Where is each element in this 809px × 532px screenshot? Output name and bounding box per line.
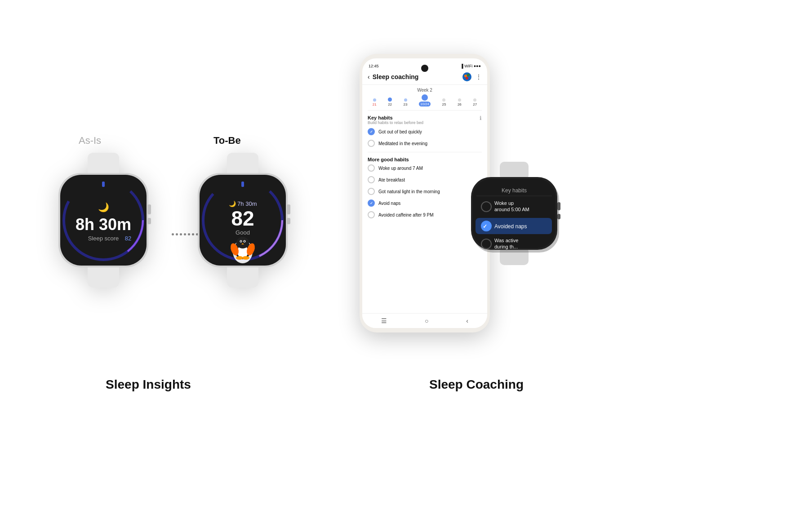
- phone-bottom-nav: ☰ ○ ‹: [362, 313, 487, 328]
- cal-day-1024[interactable]: 10/24: [419, 94, 431, 106]
- svg-text:🌙: 🌙: [98, 202, 109, 213]
- status-icons: ▐ WiFi ●●●: [460, 64, 481, 68]
- svg-rect-47: [557, 202, 560, 210]
- nav-back-icon[interactable]: ‹: [466, 317, 468, 324]
- habit-text-1: Got out of bed quickly: [378, 129, 422, 134]
- svg-rect-21: [241, 182, 244, 187]
- key-habits-section: Key habits Build habits to relax before …: [362, 112, 487, 150]
- brand-icon: [462, 72, 472, 82]
- cal-day-25[interactable]: 25: [442, 98, 446, 106]
- more-habit-check-4[interactable]: [368, 200, 375, 207]
- info-icon[interactable]: ℹ: [480, 115, 482, 121]
- svg-text:Good: Good: [236, 229, 250, 236]
- sleep-coaching-label: Sleep Coaching: [364, 377, 589, 392]
- key-habits-title-group: Key habits Build habits to relax before …: [368, 115, 423, 125]
- status-time: 12:45: [369, 64, 379, 68]
- svg-rect-17: [287, 204, 290, 214]
- svg-text:during th...: during th...: [494, 244, 518, 249]
- phone-app-title: Sleep coaching: [373, 73, 462, 80]
- week-label: Week 2: [362, 85, 487, 94]
- svg-text:✓: ✓: [483, 223, 487, 230]
- more-habit-text-2: Ate breakfast: [378, 177, 405, 182]
- svg-point-41: [466, 77, 468, 80]
- more-habit-check-2[interactable]: [368, 176, 375, 183]
- calendar-row[interactable]: 21 22 23 10/24 25: [362, 94, 487, 108]
- svg-text:Woke up: Woke up: [494, 200, 514, 206]
- svg-text:82: 82: [125, 235, 131, 242]
- svg-rect-18: [287, 218, 290, 224]
- habit-row-1[interactable]: Got out of bed quickly: [368, 126, 482, 137]
- phone-camera: [421, 65, 428, 72]
- key-habits-header: Key habits Build habits to relax before …: [368, 115, 482, 125]
- habit-check-2[interactable]: [368, 140, 375, 147]
- watch-to-be: 🌙 7h 30m 82 Good: [184, 153, 301, 289]
- watch-as-is-svg: 🌙 8h 30m Sleep score 82: [45, 153, 162, 288]
- more-habit-check-3[interactable]: [368, 188, 375, 195]
- svg-rect-8: [102, 182, 105, 187]
- habit-row-2[interactable]: Meditated in the evening: [368, 137, 482, 149]
- cal-day-22[interactable]: 22: [388, 98, 392, 106]
- watch-to-be-svg: 🌙 7h 30m 82 Good: [184, 153, 301, 288]
- cal-day-26[interactable]: 26: [458, 98, 462, 106]
- to-be-label: To-Be: [213, 135, 241, 146]
- back-button[interactable]: ‹: [368, 73, 370, 80]
- cal-day-23[interactable]: 23: [404, 98, 408, 106]
- more-habit-check-1[interactable]: [368, 164, 375, 172]
- svg-text:8h 30m: 8h 30m: [76, 215, 131, 234]
- svg-point-36: [236, 256, 243, 260]
- habit-check-1[interactable]: [368, 128, 375, 135]
- svg-point-39: [464, 75, 467, 77]
- watch-as-is: 🌙 8h 30m Sleep score 82: [45, 153, 162, 289]
- svg-text:Was active: Was active: [494, 238, 518, 243]
- as-is-label: As-Is: [79, 135, 101, 146]
- svg-text:Sleep score: Sleep score: [88, 235, 119, 242]
- cal-day-21[interactable]: 21: [373, 98, 377, 106]
- more-habit-check-5[interactable]: [368, 211, 375, 218]
- svg-point-28: [236, 237, 249, 248]
- sleep-insights-label: Sleep Insights: [22, 377, 274, 392]
- svg-text:around 5:00 AM: around 5:00 AM: [494, 207, 529, 212]
- habit-text-2: Meditated in the evening: [378, 141, 427, 146]
- watch-overlay-svg: Key habits Woke up around 5:00 AM ✓ Avoi…: [463, 162, 566, 265]
- divider-2: [368, 152, 482, 152]
- key-habits-subtitle: Build habits to relax before bed: [368, 120, 423, 125]
- watch-overlay: Key habits Woke up around 5:00 AM ✓ Avoi…: [463, 162, 566, 265]
- phone-header: ‹ Sleep coaching ⋮: [362, 70, 487, 85]
- svg-point-37: [242, 256, 249, 260]
- svg-text:Key habits: Key habits: [502, 187, 527, 194]
- header-icons: ⋮: [462, 72, 482, 82]
- svg-text:82: 82: [231, 207, 254, 230]
- divider-1: [368, 110, 482, 111]
- more-habit-text-1: Woke up around 7 AM: [378, 166, 423, 171]
- svg-rect-4: [147, 204, 151, 214]
- more-habit-text-4: Avoid naps: [378, 201, 400, 206]
- nav-menu-icon[interactable]: ☰: [381, 317, 387, 324]
- svg-point-31: [240, 241, 241, 242]
- nav-home-icon[interactable]: ○: [425, 317, 428, 324]
- more-habit-text-5: Avoided caffeine after 9 PM: [378, 213, 434, 217]
- svg-point-32: [244, 241, 245, 242]
- more-habit-text-3: Got natural light in the morning: [378, 189, 440, 194]
- svg-text:Avoided naps: Avoided naps: [494, 223, 527, 230]
- svg-rect-5: [147, 218, 151, 224]
- cal-day-27[interactable]: 27: [473, 98, 477, 106]
- svg-rect-48: [557, 214, 560, 219]
- key-habits-title: Key habits: [368, 115, 423, 120]
- more-options-button[interactable]: ⋮: [476, 73, 482, 80]
- svg-point-40: [467, 74, 470, 76]
